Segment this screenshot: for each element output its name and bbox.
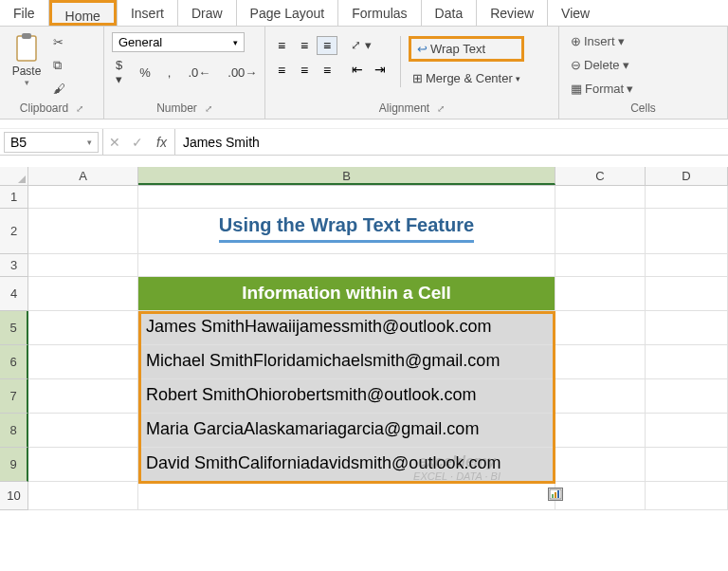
tab-home[interactable]: Home (49, 0, 117, 26)
formula-input[interactable]: James Smith (175, 133, 728, 152)
align-middle-button[interactable]: ≡ (294, 36, 315, 55)
cell[interactable] (555, 277, 646, 311)
col-header-d[interactable]: D (646, 167, 728, 185)
decrease-decimal-button[interactable]: .00→ (224, 56, 261, 88)
delete-cells-button[interactable]: ⊖Delete ▾ (567, 56, 637, 74)
align-left-button[interactable]: ≡ (271, 61, 292, 80)
number-format-dropdown[interactable]: General ▾ (112, 32, 245, 52)
row-header[interactable]: 2 (0, 209, 28, 254)
cell[interactable] (555, 414, 646, 448)
align-top-button[interactable]: ≡ (271, 36, 292, 55)
cell[interactable] (555, 254, 646, 277)
format-cells-button[interactable]: ▦Format ▾ (567, 80, 637, 98)
cell[interactable] (28, 186, 138, 209)
cell-data[interactable]: James SmithHawaiijamessmith@outlook.com (138, 311, 555, 345)
cell[interactable] (28, 345, 138, 379)
decrease-indent-button[interactable]: ⇤ (347, 60, 368, 79)
cell-data[interactable]: Robert SmithOhiorobertsmith@outlook.com (138, 379, 555, 414)
cell[interactable] (28, 311, 138, 345)
cell[interactable] (28, 414, 138, 448)
tab-data[interactable]: Data (422, 0, 477, 26)
cell[interactable] (646, 379, 728, 414)
col-header-a[interactable]: A (28, 167, 138, 185)
cell[interactable] (646, 448, 728, 482)
currency-button[interactable]: $ ▾ (112, 56, 126, 88)
format-painter-icon[interactable]: 🖌 (53, 82, 65, 96)
cell[interactable] (646, 414, 728, 448)
col-header-b[interactable]: B (138, 167, 555, 185)
align-right-button[interactable]: ≡ (317, 61, 337, 80)
row-header[interactable]: 8 (0, 414, 28, 448)
row-header[interactable]: 4 (0, 277, 28, 311)
clipboard-icon (11, 32, 42, 63)
chevron-down-icon: ▾ (25, 78, 29, 87)
cell[interactable] (646, 254, 728, 277)
row-header[interactable]: 3 (0, 254, 28, 277)
align-center-button[interactable]: ≡ (294, 61, 315, 80)
name-box[interactable]: B5 ▾ (4, 132, 99, 153)
insert-cells-button[interactable]: ⊕Insert ▾ (567, 32, 637, 50)
increase-indent-button[interactable]: ⇥ (370, 60, 391, 79)
enter-icon[interactable]: ✓ (126, 135, 149, 150)
row-header[interactable]: 10 (0, 482, 28, 510)
tab-view[interactable]: View (548, 0, 603, 26)
cell-data[interactable]: Michael SmithFloridamichaelsmith@gmail.c… (138, 345, 555, 379)
cell[interactable] (28, 379, 138, 414)
cell[interactable] (28, 448, 138, 482)
cell[interactable] (555, 379, 646, 414)
cell[interactable] (555, 448, 646, 482)
merge-icon: ⊞ (412, 71, 423, 85)
align-bottom-button[interactable]: ≡ (317, 36, 337, 55)
increase-decimal-button[interactable]: .0← (184, 56, 214, 88)
cell[interactable] (646, 186, 728, 209)
cell-data[interactable]: Maria GarciaAlaskamariagarcia@gmail.com (138, 414, 555, 448)
cell[interactable] (555, 186, 646, 209)
cell-title[interactable]: Using the Wrap Text Feature (138, 209, 555, 254)
row-header[interactable]: 9 (0, 448, 28, 482)
tab-draw[interactable]: Draw (178, 0, 236, 26)
select-all-button[interactable] (0, 167, 28, 186)
cell[interactable] (555, 311, 646, 345)
dialog-launcher-icon[interactable]: ⤢ (437, 103, 445, 114)
tab-insert[interactable]: Insert (118, 0, 177, 26)
paste-button[interactable]: Paste ▾ (6, 30, 47, 100)
cell[interactable] (28, 254, 138, 277)
merge-center-button[interactable]: ⊞ Merge & Center ▾ (409, 69, 524, 87)
row-header[interactable]: 5 (0, 311, 28, 345)
dialog-launcher-icon[interactable]: ⤢ (76, 103, 83, 114)
tab-formulas[interactable]: Formulas (338, 0, 420, 26)
cell[interactable] (555, 345, 646, 379)
cell[interactable] (28, 482, 138, 510)
cell-table-header[interactable]: Information within a Cell (138, 277, 555, 311)
col-header-c[interactable]: C (555, 167, 646, 185)
cell[interactable] (555, 482, 646, 510)
cut-icon[interactable]: ✂ (53, 35, 65, 49)
cell[interactable] (646, 209, 728, 254)
cancel-icon[interactable]: ✕ (103, 135, 126, 150)
cell[interactable] (138, 482, 555, 510)
wrap-text-button[interactable]: ↩ Wrap Text (409, 36, 524, 62)
fx-icon[interactable]: fx (149, 135, 174, 150)
cell[interactable] (28, 277, 138, 311)
cell[interactable] (138, 186, 555, 209)
cell[interactable] (646, 482, 728, 510)
cell[interactable] (646, 277, 728, 311)
dialog-launcher-icon[interactable]: ⤢ (205, 103, 212, 114)
cell[interactable] (646, 311, 728, 345)
cell[interactable] (138, 254, 555, 277)
row-header[interactable]: 6 (0, 345, 28, 379)
row-header[interactable]: 7 (0, 379, 28, 414)
svg-rect-4 (555, 492, 556, 498)
tab-review[interactable]: Review (477, 0, 547, 26)
orientation-button[interactable]: ⤢ ▾ (347, 36, 391, 54)
tab-page-layout[interactable]: Page Layout (237, 0, 338, 26)
tab-file[interactable]: File (0, 0, 48, 26)
copy-icon[interactable]: ⧉ (53, 58, 65, 73)
percent-button[interactable]: % (136, 56, 155, 88)
comma-button[interactable]: , (164, 56, 175, 88)
cell[interactable] (555, 209, 646, 254)
quick-analysis-icon[interactable] (548, 488, 563, 501)
row-header[interactable]: 1 (0, 186, 28, 209)
cell[interactable] (28, 209, 138, 254)
cell[interactable] (646, 345, 728, 379)
